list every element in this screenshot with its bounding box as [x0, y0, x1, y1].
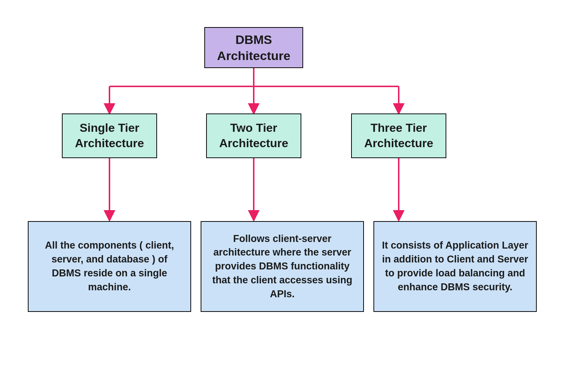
- tier-node-label: Two Tier Architecture: [219, 120, 289, 151]
- desc-node-text: It consists of Application Layer in addi…: [382, 239, 529, 294]
- desc-node-text: All the components ( client, server, and…: [36, 239, 183, 294]
- desc-node-text: Follows client-server architecture where…: [209, 232, 356, 301]
- tier-node-label: Three Tier Architecture: [364, 120, 433, 151]
- tier-node-two: Two Tier Architecture: [206, 113, 301, 158]
- root-node: DBMS Architecture: [204, 27, 303, 68]
- desc-node-single: All the components ( client, server, and…: [28, 221, 191, 312]
- root-node-label: DBMS Architecture: [217, 31, 290, 64]
- tier-node-label: Single Tier Architecture: [75, 120, 144, 151]
- desc-node-two: Follows client-server architecture where…: [201, 221, 364, 312]
- desc-node-three: It consists of Application Layer in addi…: [373, 221, 537, 312]
- tier-node-single: Single Tier Architecture: [62, 113, 157, 158]
- tier-node-three: Three Tier Architecture: [351, 113, 446, 158]
